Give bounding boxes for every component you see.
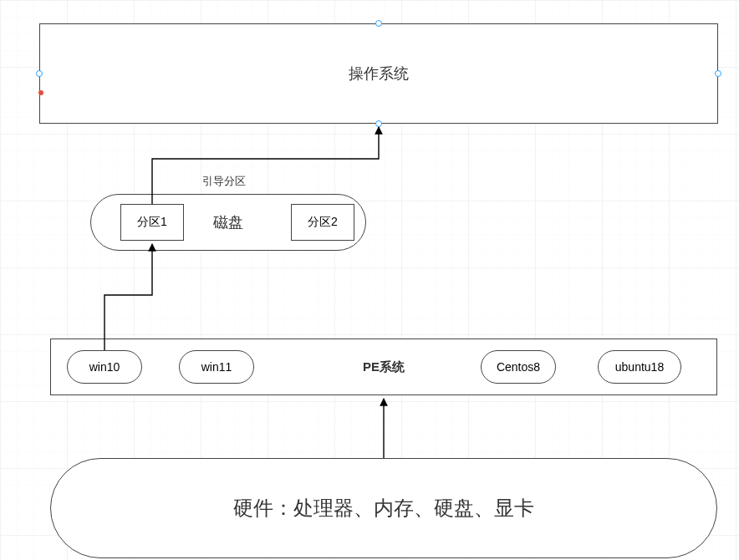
pe-item-ubuntu18[interactable]: ubuntu18 (598, 350, 681, 384)
os-node[interactable]: 操作系统 (39, 23, 718, 124)
pe-item-win10[interactable]: win10 (67, 350, 142, 384)
selection-handle-left[interactable] (36, 70, 43, 77)
partition-1-label: 分区1 (137, 215, 167, 230)
partition-2[interactable]: 分区2 (291, 204, 354, 241)
hardware-node[interactable]: 硬件：处理器、内存、硬盘、显卡 (50, 458, 717, 558)
pe-item-ubuntu18-label: ubuntu18 (615, 360, 664, 374)
pe-system-title: PE系统 (363, 359, 405, 375)
disk-node-title: 磁盘 (213, 212, 243, 232)
pe-item-centos8[interactable]: Centos8 (481, 350, 556, 384)
selection-handle-bottom[interactable] (375, 120, 382, 127)
pe-item-centos8-label: Centos8 (497, 360, 540, 374)
pe-item-win10-label: win10 (89, 360, 120, 374)
hardware-node-title: 硬件：处理器、内存、硬盘、显卡 (233, 495, 534, 522)
pe-item-win11[interactable]: win11 (179, 350, 254, 384)
selection-handle-top[interactable] (375, 20, 382, 27)
os-node-title: 操作系统 (349, 64, 409, 84)
boot-partition-edge-label: 引导分区 (202, 174, 246, 189)
selection-handle-right[interactable] (715, 70, 721, 77)
rotation-handle[interactable] (38, 90, 43, 95)
partition-1[interactable]: 分区1 (120, 204, 184, 241)
partition-2-label: 分区2 (308, 215, 338, 230)
pe-item-win11-label: win11 (201, 360, 232, 374)
